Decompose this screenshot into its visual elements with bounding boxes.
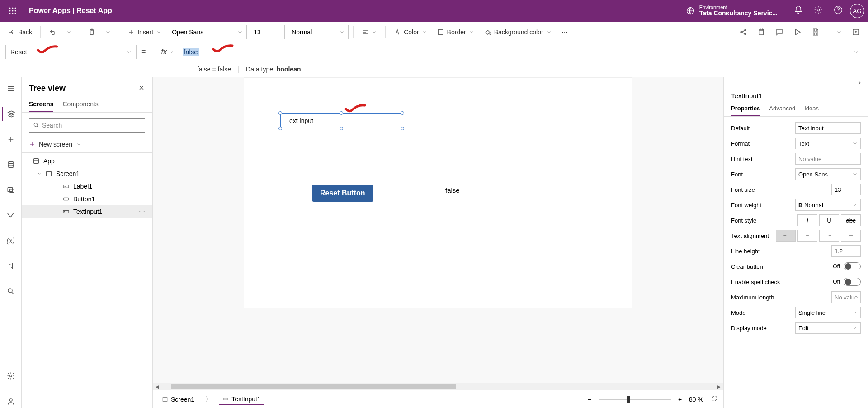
variables-icon[interactable]: (x) xyxy=(2,234,20,247)
align-left-button[interactable] xyxy=(776,230,796,242)
hamburger-icon[interactable] xyxy=(2,82,20,95)
tree-item-button1[interactable]: Button1 xyxy=(22,193,152,205)
tab-advanced[interactable]: Advanced xyxy=(769,101,795,116)
canvas-screen[interactable]: Text input Reset Button false xyxy=(244,77,632,308)
prop-display-value[interactable]: Edit xyxy=(795,322,861,334)
prop-font-label: Font xyxy=(731,171,792,178)
insert-button[interactable]: Insert xyxy=(124,26,165,38)
prop-maxlen-value[interactable] xyxy=(831,291,861,303)
canvas-label[interactable]: false xyxy=(445,186,460,194)
font-select[interactable]: Open Sans xyxy=(168,25,247,39)
zoom-slider[interactable] xyxy=(599,399,671,400)
annotation-check-icon xyxy=(344,103,367,114)
back-button[interactable]: Back xyxy=(5,26,36,38)
tab-properties[interactable]: Properties xyxy=(731,101,760,116)
zoom-in[interactable]: + xyxy=(678,396,682,403)
props-next-icon[interactable] xyxy=(856,80,863,88)
border-button[interactable]: Border xyxy=(434,26,478,38)
back-label: Back xyxy=(18,28,32,36)
underline-button[interactable]: U xyxy=(819,214,839,226)
bg-color-button[interactable]: Background color xyxy=(481,26,555,38)
env-name: Tata Consultancy Servic... xyxy=(699,10,778,17)
help-icon[interactable] xyxy=(834,5,843,16)
prop-default-value[interactable] xyxy=(795,122,861,134)
formula-result: false = false xyxy=(190,66,239,73)
play-button[interactable] xyxy=(790,25,805,39)
comments-button[interactable] xyxy=(772,25,787,39)
undo-dropdown[interactable] xyxy=(62,27,75,38)
zoom-out[interactable]: − xyxy=(588,396,591,403)
new-screen-button[interactable]: New screen xyxy=(22,138,152,151)
svg-point-3 xyxy=(9,10,11,12)
data-icon[interactable] xyxy=(2,158,20,171)
prop-fontweight-value[interactable]: B Normal xyxy=(795,199,861,211)
align-center-button[interactable] xyxy=(797,230,817,242)
treeview-icon[interactable] xyxy=(2,107,20,121)
media-icon[interactable] xyxy=(2,183,20,197)
user-avatar[interactable]: AG xyxy=(850,4,864,18)
align-button[interactable] xyxy=(358,26,381,38)
tab-screens[interactable]: Screens xyxy=(29,97,53,112)
tree-item-screen1[interactable]: Screen1 xyxy=(22,167,152,180)
property-select[interactable]: Reset xyxy=(5,45,137,59)
prop-format-value[interactable]: Text xyxy=(795,138,861,149)
settings-rail-icon[interactable] xyxy=(2,369,20,383)
search-rail-icon[interactable] xyxy=(2,285,20,298)
tab-ideas[interactable]: Ideas xyxy=(804,101,819,116)
more-button[interactable]: ⋯ xyxy=(558,26,571,38)
canvas-textinput[interactable]: Text input xyxy=(280,113,402,128)
crumb-control[interactable]: TextInput1 xyxy=(219,394,264,405)
prop-mode-value[interactable]: Single line xyxy=(795,307,861,318)
fx-label[interactable]: fx xyxy=(161,48,174,56)
search-input[interactable] xyxy=(42,122,141,129)
svg-point-4 xyxy=(12,10,14,12)
settings-icon[interactable] xyxy=(814,5,823,16)
tree-item-textinput1[interactable]: TextInput1 ⋯ xyxy=(22,205,152,218)
close-icon[interactable] xyxy=(138,84,145,93)
waffle-icon[interactable] xyxy=(4,2,22,20)
zoom-value: 80 % xyxy=(689,396,703,403)
paste-button[interactable] xyxy=(85,26,99,38)
font-weight-select[interactable]: Normal xyxy=(288,25,349,39)
share-button[interactable] xyxy=(736,25,751,39)
save-button[interactable] xyxy=(808,25,823,39)
tree-item-label1[interactable]: Label1 xyxy=(22,180,152,193)
tab-components[interactable]: Components xyxy=(62,97,98,112)
formula-input[interactable]: false xyxy=(179,45,845,59)
align-justify-button[interactable] xyxy=(841,230,861,242)
prop-spell-toggle[interactable] xyxy=(844,278,861,286)
align-right-button[interactable] xyxy=(819,230,839,242)
environment-picker[interactable]: Environment Tata Consultancy Servic... xyxy=(686,5,778,17)
virtual-agent-icon[interactable] xyxy=(2,394,20,408)
treeview-search[interactable] xyxy=(29,118,145,133)
insert-rail-icon[interactable] xyxy=(2,133,20,146)
prop-fontsize-value[interactable] xyxy=(831,184,861,195)
publish-button[interactable] xyxy=(848,25,863,39)
italic-button[interactable]: I xyxy=(797,214,817,226)
formula-expand[interactable] xyxy=(850,47,863,57)
font-size-input[interactable] xyxy=(250,25,285,39)
strike-button[interactable]: abc xyxy=(841,214,861,226)
undo-button[interactable] xyxy=(45,26,60,38)
tools-icon[interactable] xyxy=(2,259,20,273)
checker-button[interactable] xyxy=(754,25,769,39)
insert-label: Insert xyxy=(137,28,153,36)
svg-rect-25 xyxy=(34,159,39,164)
tree-item-app[interactable]: App xyxy=(22,155,152,167)
canvas-reset-button[interactable]: Reset Button xyxy=(312,185,373,202)
svg-point-1 xyxy=(12,8,14,9)
prop-lineheight-value[interactable] xyxy=(831,245,861,257)
svg-rect-13 xyxy=(438,30,443,35)
color-button[interactable]: Color xyxy=(390,26,430,38)
item-more-icon[interactable]: ⋯ xyxy=(139,208,145,215)
prop-hint-value[interactable] xyxy=(795,153,861,165)
prop-clear-toggle[interactable] xyxy=(844,262,861,270)
paste-dropdown[interactable] xyxy=(102,27,114,38)
prop-font-value[interactable]: Open Sans xyxy=(795,168,861,180)
publish-dropdown[interactable] xyxy=(833,27,845,38)
canvas-scrollbar[interactable]: ◂ ▸ xyxy=(153,383,723,390)
fit-screen-icon[interactable] xyxy=(711,395,718,403)
flows-icon[interactable] xyxy=(2,209,20,222)
notifications-icon[interactable] xyxy=(794,5,803,16)
crumb-screen[interactable]: Screen1 xyxy=(158,394,198,405)
